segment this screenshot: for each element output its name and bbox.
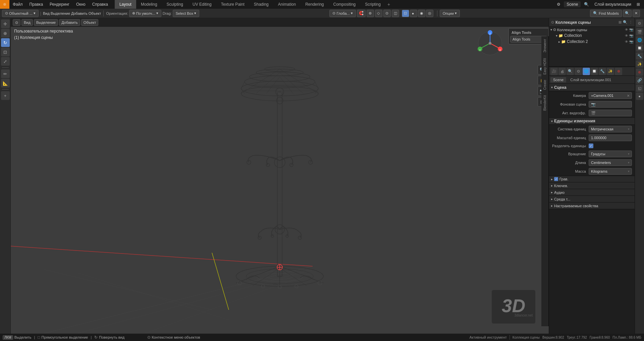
solid-shading[interactable]: ●: [410, 10, 417, 17]
vp-add-menu[interactable]: Добавить: [59, 19, 80, 26]
props-icon-particles[interactable]: ✨: [636, 60, 643, 68]
outliner-filter-btn[interactable]: ⊞: [619, 20, 622, 24]
tab-compositing[interactable]: Compositing: [329, 0, 361, 9]
tab-modeling[interactable]: Modeling: [136, 0, 162, 9]
props-scene-tab[interactable]: ⊙: [575, 68, 582, 75]
scene-name[interactable]: Scene: [564, 1, 581, 7]
tool-measure[interactable]: 📐: [1, 79, 10, 88]
props-icon-scene[interactable]: 🎬: [636, 28, 643, 36]
xray-btn[interactable]: ◫: [392, 10, 399, 17]
keys-group-header[interactable]: ▸ Ключев.: [549, 182, 635, 189]
tab-layer[interactable]: Слой визуализации.001: [568, 77, 614, 82]
props-icon-material[interactable]: ●: [636, 93, 643, 100]
units-group-header[interactable]: ▾ Единицы измерения: [549, 117, 635, 125]
props-render-tab[interactable]: 🎥: [550, 68, 558, 75]
snap-btn[interactable]: 🧲: [357, 10, 366, 17]
env-group-header[interactable]: ▸ Среда т...: [549, 196, 635, 203]
find-models-btn[interactable]: 🔍 Find Models: [590, 10, 622, 17]
tool-move[interactable]: ⊕: [1, 29, 10, 38]
tab-sculpting[interactable]: Sculpting: [162, 0, 188, 9]
separate-checkbox[interactable]: ✓: [589, 144, 593, 148]
props-world-tab[interactable]: 🌐: [583, 68, 590, 75]
add-workspace-btn[interactable]: +: [385, 2, 392, 7]
coll-cam-icon[interactable]: 📷: [629, 34, 633, 38]
length-value-field[interactable]: Centimeters ▾: [589, 159, 632, 166]
props-icon-mod[interactable]: 🔧: [636, 52, 643, 60]
coll-eye-icon[interactable]: 👁: [625, 34, 628, 38]
tab-shading[interactable]: Shading: [249, 0, 273, 9]
props-icon-constraints[interactable]: 🔗: [636, 76, 643, 84]
view-label[interactable]: Вид: [43, 11, 50, 15]
props-modifier-tab[interactable]: 🔧: [599, 68, 606, 75]
vl-easy-hdri[interactable]: Easy HDRI: [542, 55, 548, 77]
tab-uv-editing[interactable]: UV Editing: [188, 0, 216, 9]
tab-texture-paint[interactable]: Texture Paint: [216, 0, 249, 9]
props-particles-tab[interactable]: ✨: [607, 68, 614, 75]
options-btn[interactable]: Опции ▾: [440, 10, 460, 17]
transform-pivot[interactable]: ◇: [375, 10, 382, 17]
find-search[interactable]: 🔍: [623, 10, 632, 17]
tab-rendering[interactable]: Rendering: [301, 0, 328, 9]
props-output-tab[interactable]: 🖨: [558, 68, 566, 75]
audio-group-header[interactable]: ▸ Аудио: [549, 189, 635, 196]
tool-scale[interactable]: ⊡: [1, 48, 10, 56]
add-label[interactable]: Добавить: [71, 11, 88, 15]
coll2-eye-icon[interactable]: 👁: [625, 40, 628, 44]
outliner-search-btn[interactable]: 🔍: [623, 20, 628, 24]
viewport-dropdown[interactable]: ⊙ Глоба... ▾: [329, 10, 356, 17]
tab-animation[interactable]: Animation: [273, 0, 301, 9]
filter-btn[interactable]: ⊞: [635, 0, 642, 9]
tool-transform[interactable]: ⤢: [1, 57, 10, 66]
drag-selector[interactable]: Select Box ▾: [173, 10, 200, 17]
tool-rotate[interactable]: ↻: [1, 38, 10, 47]
nav-gizmo-container[interactable]: Z X Y: [477, 30, 503, 57]
props-icon-data[interactable]: ◱: [636, 84, 643, 92]
proportional-btn[interactable]: ⊚: [367, 10, 374, 17]
eye-icon[interactable]: 👁: [625, 28, 628, 32]
active-tool-btn[interactable]: Активный инструмент: [469, 335, 506, 339]
vp-editor-type[interactable]: ⊙: [13, 19, 20, 26]
bg-scene-value[interactable]: 📷: [589, 101, 632, 108]
tab-scene[interactable]: Scene: [550, 77, 566, 82]
search-btn[interactable]: 🔍: [582, 0, 591, 9]
props-icon-physics[interactable]: ⊕: [636, 68, 643, 76]
tool-add[interactable]: +: [1, 91, 10, 100]
props-icon-obj[interactable]: 🔲: [636, 44, 643, 52]
menu-edit[interactable]: Правка: [26, 0, 47, 9]
vp-select-menu[interactable]: Выделение: [34, 19, 58, 26]
vp-object-menu[interactable]: Объект: [81, 19, 98, 26]
tool-cursor[interactable]: ✛: [1, 19, 10, 28]
outliner-scene-collection[interactable]: ▾ ⊙ Коллекция сцены 👁 📷: [549, 27, 635, 33]
mode-selector[interactable]: ⊙ Объектный ... ▾: [2, 10, 39, 17]
camera-clear-icon[interactable]: ✕: [627, 94, 630, 98]
vp-view-menu[interactable]: Вид: [21, 19, 33, 26]
viewport[interactable]: ⊙ Вид Выделение Добавить Объект Пользова…: [11, 18, 549, 334]
tab-layout[interactable]: Layout: [115, 0, 136, 9]
rotation-value-field[interactable]: Градусы ▾: [589, 151, 632, 157]
outliner-collection[interactable]: ▾ 📁 Collection 👁 📷: [549, 33, 635, 39]
mass-value-field[interactable]: Kilograms ▾: [589, 168, 632, 175]
outliner-more-btn[interactable]: ⋮: [629, 20, 633, 24]
outliner-icon-btn[interactable]: ⊙: [551, 20, 554, 24]
tab-scripting[interactable]: Scripting: [360, 0, 385, 9]
system-value-field[interactable]: Метрическая ▾: [589, 126, 632, 132]
menu-help[interactable]: Справка: [89, 0, 111, 9]
find-close[interactable]: ✕: [633, 10, 640, 17]
gravity-checkbox[interactable]: ✓: [554, 177, 558, 181]
props-icon-view-layer[interactable]: ⊙: [636, 19, 643, 27]
camera-icon[interactable]: 📷: [629, 28, 633, 32]
props-physics-tab[interactable]: ⊕: [615, 68, 622, 75]
rendered-shading[interactable]: ◎: [426, 10, 433, 17]
outliner-collection2[interactable]: ▸ 📁 Collection 2 👁 📷: [549, 39, 635, 45]
orientation-selector[interactable]: ⊕ По умолч... ▾: [129, 10, 161, 17]
act-video-value[interactable]: 🎬: [589, 110, 632, 116]
props-view-tab[interactable]: 🔍: [567, 68, 574, 75]
scene-group-header[interactable]: ▾ Сцена: [549, 84, 635, 91]
object-label[interactable]: Объект: [89, 11, 101, 15]
menu-render[interactable]: Рендеринг: [46, 0, 73, 9]
tool-annotate[interactable]: ✏: [1, 69, 10, 78]
wireframe-shading[interactable]: ⊡: [402, 10, 409, 17]
props-object-tab[interactable]: 🔲: [591, 68, 598, 75]
camera-value-field[interactable]: ● Camera.001 ✕: [589, 92, 632, 99]
material-shading[interactable]: ◉: [418, 10, 425, 17]
